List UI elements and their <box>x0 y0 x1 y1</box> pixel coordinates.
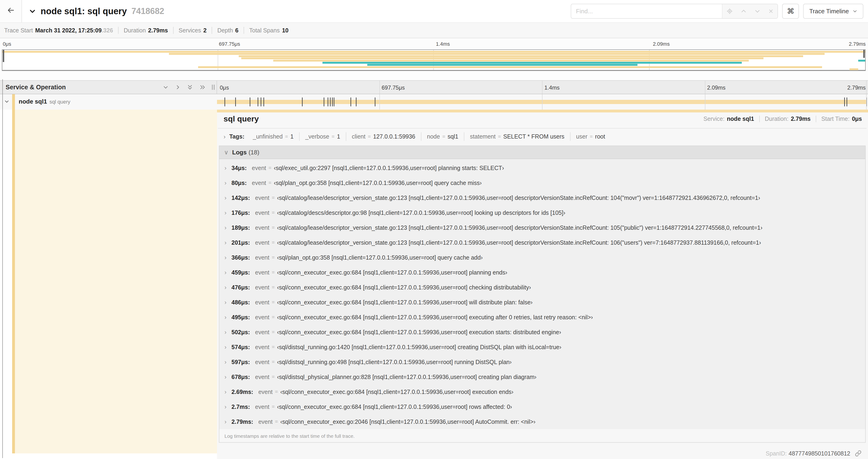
log-chevron-right-icon[interactable]: › <box>224 179 231 187</box>
log-chevron-right-icon[interactable]: › <box>224 373 231 381</box>
collapse-all-icon[interactable] <box>187 84 193 91</box>
log-row[interactable]: ›486μs:event=‹sql/conn_executor_exec.go:… <box>219 295 865 310</box>
link-icon[interactable] <box>855 450 862 457</box>
log-row[interactable]: ›34μs:event=‹sql/exec_util.go:2297 [nsql… <box>219 160 865 175</box>
log-row[interactable]: ›502μs:event=‹sql/conn_executor_exec.go:… <box>219 325 865 339</box>
equals-sign: = <box>272 314 275 320</box>
tag-value: SELECT * FROM users <box>503 133 564 140</box>
log-chevron-right-icon[interactable]: › <box>224 343 231 351</box>
log-row[interactable]: ›495μs:event=‹sql/conn_executor_exec.go:… <box>219 310 865 325</box>
log-chevron-right-icon[interactable]: › <box>224 358 231 366</box>
log-marker-tick[interactable] <box>323 97 324 106</box>
logs-footer-note: Log timestamps are relative to the start… <box>219 429 865 442</box>
collapse-trace-chevron-icon[interactable] <box>29 8 36 15</box>
find-next-icon[interactable] <box>754 8 761 14</box>
log-chevron-right-icon[interactable]: › <box>224 314 231 321</box>
expand-one-icon[interactable] <box>175 85 181 90</box>
log-row[interactable]: ›2.69ms:event=‹sql/conn_executor_exec.go… <box>219 384 865 399</box>
log-row[interactable]: ›2.7ms:event=‹sql/conn_executor_exec.go:… <box>219 399 865 414</box>
log-marker-tick[interactable] <box>330 97 331 106</box>
log-marker-tick[interactable] <box>302 97 303 106</box>
log-chevron-right-icon[interactable]: › <box>224 329 231 336</box>
tick-label: 2.79ms <box>849 41 866 47</box>
log-marker-tick[interactable] <box>224 97 225 106</box>
collapse-one-icon[interactable] <box>163 85 168 90</box>
log-row[interactable]: ›201μs:event=‹sql/catalog/lease/descript… <box>219 235 865 250</box>
log-marker-tick[interactable] <box>846 97 847 106</box>
log-chevron-right-icon[interactable]: › <box>224 224 231 231</box>
page-title: node sql1: sql query <box>40 6 127 16</box>
log-chevron-right-icon[interactable]: › <box>224 299 231 306</box>
log-row[interactable]: ›2.79ms:event=‹sql/conn_executor_exec.go… <box>219 414 865 429</box>
log-marker-tick[interactable] <box>328 97 328 106</box>
minimap-canvas[interactable] <box>2 50 866 71</box>
log-row[interactable]: ›366μs:event=‹sql/plan_opt.go:358 [nsql1… <box>219 250 865 265</box>
log-timestamp: 201μs: <box>231 239 250 246</box>
column-resizer-grip[interactable] <box>212 85 215 90</box>
log-timestamp: 142μs: <box>231 195 250 201</box>
log-chevron-right-icon[interactable]: › <box>224 388 231 396</box>
log-chevron-right-icon[interactable]: › <box>224 403 231 411</box>
log-marker-tick[interactable] <box>375 97 375 106</box>
locate-icon[interactable] <box>726 8 733 14</box>
clear-find-icon[interactable] <box>768 8 774 14</box>
expand-all-icon[interactable] <box>199 85 206 90</box>
grid-line <box>866 94 867 110</box>
log-chevron-right-icon[interactable]: › <box>224 194 231 201</box>
log-chevron-right-icon[interactable]: › <box>224 239 231 246</box>
log-chevron-right-icon[interactable]: › <box>224 269 231 276</box>
span-row-timeline-cell[interactable] <box>217 94 868 110</box>
tags-chevron-right-icon[interactable]: › <box>223 134 226 140</box>
log-chevron-right-icon[interactable]: › <box>224 284 231 291</box>
view-mode-dropdown[interactable]: Trace Timeline <box>803 4 863 19</box>
tag-value: sql1 <box>447 133 458 140</box>
tags-accordion[interactable]: › Tags: _unfinished=1_verbose=1client=12… <box>223 132 867 141</box>
log-chevron-right-icon[interactable]: › <box>224 418 231 425</box>
log-marker-tick[interactable] <box>350 97 351 106</box>
equals-sign: = <box>272 195 275 201</box>
tick-label: 2.09ms <box>707 85 726 91</box>
log-row[interactable]: ›574μs:event=‹sql/distsql_running.go:142… <box>219 339 865 355</box>
spanid-footer: SpanID: 4877749850101760812 <box>217 447 868 459</box>
logs-header[interactable]: ∨ Logs (18) <box>219 146 865 159</box>
span-duration-bar[interactable] <box>217 100 867 104</box>
find-input[interactable] <box>571 4 722 18</box>
log-row[interactable]: ›142μs:event=‹sql/catalog/lease/descript… <box>219 190 865 205</box>
span-collapse-chevron-icon[interactable] <box>4 99 9 104</box>
span-row[interactable]: node sql1 sql query <box>0 94 868 110</box>
log-chevron-right-icon[interactable]: › <box>224 254 231 261</box>
row-scroll-indicator[interactable] <box>2 79 3 458</box>
keyboard-shortcuts-button[interactable]: ⌘ <box>782 4 799 19</box>
log-marker-tick[interactable] <box>257 97 258 106</box>
find-box <box>571 4 778 19</box>
log-timestamp: 366μs: <box>231 254 250 261</box>
back-button[interactable] <box>0 0 22 22</box>
logs-chevron-down-icon[interactable]: ∨ <box>224 149 228 155</box>
log-row[interactable]: ›80μs:event=‹sql/plan_opt.go:358 [nsql1,… <box>219 175 865 190</box>
log-row[interactable]: ›176μs:event=‹sql/catalog/descs/descript… <box>219 205 865 220</box>
span-row-name-cell[interactable]: node sql1 sql query <box>0 94 217 110</box>
log-row[interactable]: ›476μs:event=‹sql/conn_executor_exec.go:… <box>219 280 865 295</box>
log-marker-tick[interactable] <box>844 97 845 106</box>
range-scrubber-right-handle[interactable] <box>863 50 865 58</box>
log-chevron-right-icon[interactable]: › <box>224 209 231 217</box>
log-chevron-right-icon[interactable]: › <box>224 164 231 172</box>
log-row[interactable]: ›189μs:event=‹sql/catalog/lease/descript… <box>219 220 865 235</box>
log-marker-tick[interactable] <box>356 97 356 106</box>
log-row[interactable]: ›459μs:event=‹sql/conn_executor_exec.go:… <box>219 265 865 280</box>
log-marker-tick[interactable] <box>235 97 236 106</box>
range-scrubber-left-handle[interactable] <box>3 50 4 62</box>
find-prev-icon[interactable] <box>741 8 747 14</box>
log-row[interactable]: ›597μs:event=‹sql/distsql_running.go:498… <box>219 355 865 369</box>
equals-sign: = <box>272 299 275 305</box>
log-marker-tick[interactable] <box>334 97 334 106</box>
log-field-value: ‹sql/distsql_physical_planner.go:828 [ns… <box>277 374 536 381</box>
log-marker-tick[interactable] <box>260 97 261 106</box>
log-timestamp: 678μs: <box>231 374 250 381</box>
log-marker-tick[interactable] <box>264 97 264 106</box>
log-row[interactable]: ›678μs:event=‹sql/distsql_physical_plann… <box>219 369 865 384</box>
log-marker-tick[interactable] <box>332 97 333 106</box>
equals-sign: = <box>368 134 371 140</box>
log-marker-tick[interactable] <box>250 97 250 106</box>
minimap-span-bar <box>169 53 825 55</box>
